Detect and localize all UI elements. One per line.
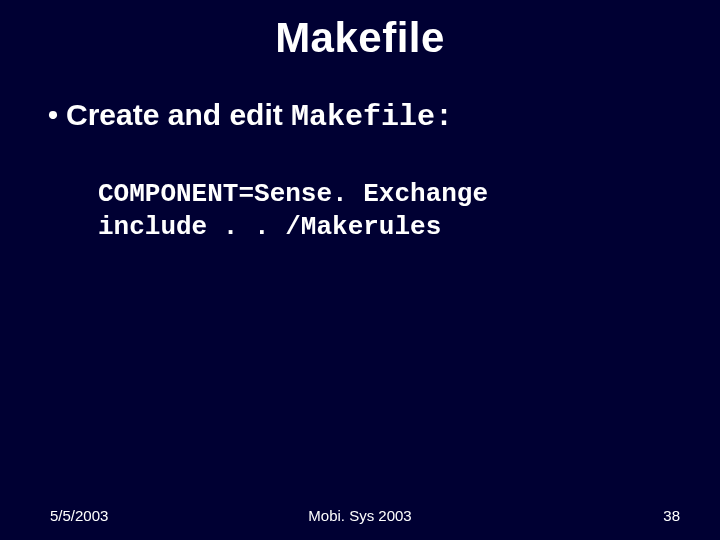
bullet-text: Create and edit Makefile: bbox=[66, 98, 453, 134]
footer-page-number: 38 bbox=[663, 507, 680, 524]
code-line-1: COMPONENT=Sense. Exchange bbox=[98, 179, 488, 209]
code-line-2: include . . /Makerules bbox=[98, 212, 441, 242]
code-block: COMPONENT=Sense. Exchange include . . /M… bbox=[98, 178, 680, 243]
slide: Makefile • Create and edit Makefile: COM… bbox=[0, 0, 720, 540]
bullet-prefix: Create and edit bbox=[66, 98, 291, 131]
slide-title: Makefile bbox=[0, 0, 720, 62]
slide-body: • Create and edit Makefile: COMPONENT=Se… bbox=[0, 62, 720, 243]
footer-venue: Mobi. Sys 2003 bbox=[308, 507, 411, 524]
bullet-dot: • bbox=[40, 98, 66, 132]
bullet-item: • Create and edit Makefile: bbox=[40, 98, 680, 134]
footer: 5/5/2003 Mobi. Sys 2003 38 bbox=[0, 507, 720, 524]
bullet-mono: Makefile: bbox=[291, 100, 453, 134]
footer-date: 5/5/2003 bbox=[50, 507, 108, 524]
